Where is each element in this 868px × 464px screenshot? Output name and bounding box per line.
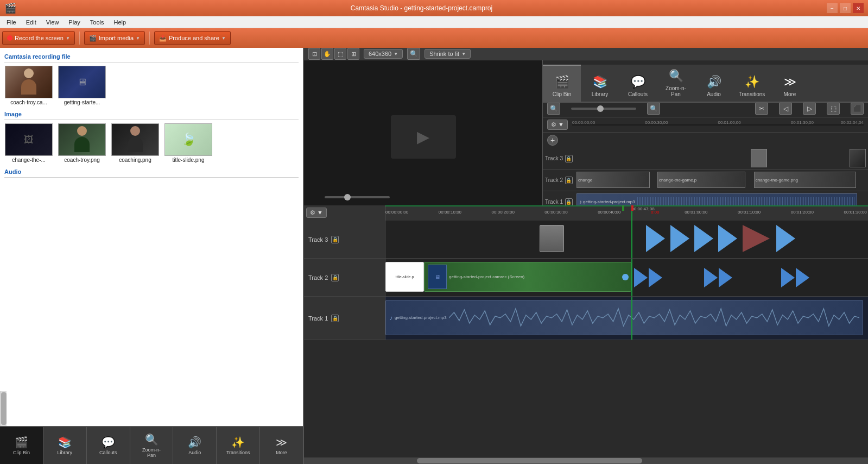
view-crop-button[interactable]: ⬚ [334, 48, 346, 60]
panel-tab-library[interactable]: 📚 Library [581, 65, 619, 102]
shrink-dropdown-icon: ▼ [461, 52, 466, 57]
clip-coach-troy[interactable]: coach-troy.ca... [4, 66, 53, 105]
tl-mark-0: 00:00:00;00 [385, 210, 408, 215]
clip-coaching-png[interactable]: coaching.png [111, 123, 160, 163]
h-scrollbar-thumb[interactable] [417, 458, 643, 463]
trim-left-button[interactable]: ◁ [779, 103, 792, 115]
panel-tab-zoom-n-pan[interactable]: 🔍 Zoom-n- Pan [657, 65, 695, 102]
panel-tab-transitions[interactable]: ✨ Transitions [733, 65, 771, 102]
track-3-transition-4[interactable] [718, 225, 737, 252]
insert-button[interactable]: ⬛ [851, 103, 864, 115]
track-2-transition-dot-1[interactable] [622, 274, 629, 280]
close-button[interactable]: ✕ [853, 3, 864, 13]
view-other-button[interactable]: ⊞ [347, 48, 359, 60]
track-3-transition-2[interactable] [670, 225, 689, 252]
panel-settings-button[interactable]: ⚙ ▼ [547, 120, 568, 130]
import-media-button[interactable]: 🎬 Import media ▼ [84, 31, 145, 45]
image-section-divider [4, 120, 299, 120]
panel-t1-audio-label: getting-started-project.mp3 [583, 199, 635, 204]
produce-icon: 📤 [159, 35, 167, 42]
panel-top-scroll [543, 60, 868, 65]
resolution-selector[interactable]: 640x360 ▼ [364, 49, 403, 59]
panel-zoom-thumb[interactable] [597, 105, 604, 112]
clip-label-coach-troy: coach-troy.ca... [10, 99, 47, 105]
produce-share-button[interactable]: 📤 Produce and share ▼ [154, 31, 231, 45]
view-fit-button[interactable]: ⊡ [308, 48, 320, 60]
clip-thumb-getting-started: 🖥 [58, 66, 106, 98]
menu-help[interactable]: Help [109, 18, 130, 27]
menu-edit[interactable]: Edit [22, 18, 41, 27]
track-3-lock[interactable]: 🔒 [331, 236, 339, 243]
track-2-trans-3b[interactable] [796, 268, 809, 287]
panel-timeline: Track 3 🔒 [543, 148, 868, 213]
track-2-clip-screen[interactable]: 🖥 getting-started-project.camrec (Screen… [424, 262, 631, 292]
track-2-trans-3a[interactable] [781, 268, 795, 287]
left-tab-audio[interactable]: 🔊 Audio [173, 427, 217, 464]
track-1-lock[interactable]: 🔒 [331, 315, 339, 322]
left-tab-library[interactable]: 📚 Library [43, 427, 87, 464]
panel-tab-clip-bin[interactable]: 🎬 Clip Bin [543, 65, 581, 102]
add-track-button[interactable]: + [547, 135, 558, 146]
left-tab-callouts[interactable]: 💬 Callouts [87, 427, 130, 464]
track-2-lock[interactable]: 🔒 [331, 274, 339, 281]
preview-search-button[interactable]: 🔍 [407, 48, 420, 60]
maximize-button[interactable]: □ [840, 3, 851, 13]
ruler-header-spacer: ⚙ ▼ [304, 205, 385, 221]
view-move-button[interactable]: ✋ [321, 48, 333, 60]
split-button[interactable]: ✂ [755, 103, 768, 115]
track-3-clip-1[interactable] [540, 225, 563, 252]
panel-transitions-label: Transitions [739, 91, 765, 97]
record-dropdown-arrow[interactable]: ▼ [66, 36, 70, 41]
track-3-transition-3[interactable] [694, 225, 713, 252]
minimize-button[interactable]: − [827, 3, 838, 13]
track-2-trans-1b[interactable] [649, 268, 662, 287]
panel-t2-clip-3-label: change-the-game.png [756, 178, 798, 183]
trim-right-button[interactable]: ▷ [803, 103, 816, 115]
left-tab-clip-bin[interactable]: 🎬 Clip Bin [0, 427, 43, 464]
produce-dropdown-arrow[interactable]: ▼ [221, 36, 226, 41]
left-tab-transitions[interactable]: ✨ Transitions [217, 427, 260, 464]
panel-tab-audio[interactable]: 🔊 Audio [695, 65, 733, 102]
track-3-transition-1[interactable] [646, 225, 665, 252]
group-button[interactable]: ⬚ [827, 103, 840, 115]
panel-zoom-button[interactable]: 🔍 [647, 103, 660, 115]
timeline-area: ⚙ ▼ 00:00:00;00 00:00:10;00 00:00:20;00 … [304, 205, 868, 457]
panel-tab-callouts[interactable]: 💬 Callouts [619, 65, 657, 102]
clip-title-slide-png[interactable]: 🍃 title-slide.png [164, 123, 213, 163]
timeline-zoom-thumb[interactable] [344, 194, 351, 200]
menu-play[interactable]: Play [64, 18, 84, 27]
clip-coach-troy-png[interactable]: coach-troy.png [58, 123, 106, 163]
h-scrollbar[interactable] [304, 457, 868, 464]
panel-track-1-lock[interactable]: 🔒 [565, 198, 573, 206]
import-dropdown-arrow[interactable]: ▼ [136, 36, 140, 41]
track-2-trans-2a[interactable] [704, 268, 718, 287]
clip-getting-started[interactable]: 🖥 getting-starte... [58, 66, 106, 105]
menu-file[interactable]: File [2, 18, 21, 27]
panel-track-3-lock[interactable]: 🔒 [565, 155, 573, 162]
left-tab-more[interactable]: ≫ More [260, 427, 303, 464]
menu-tools[interactable]: Tools [86, 18, 109, 27]
panel-tab-more[interactable]: ≫ More [771, 65, 809, 102]
timeline-settings-button[interactable]: ⚙ ▼ [306, 208, 327, 218]
track-3-transition-5[interactable] [743, 225, 770, 252]
record-screen-button[interactable]: Record the screen ▼ [2, 31, 75, 45]
panel-t2-clip-2[interactable]: change-the-game.p [657, 172, 745, 188]
left-tab-zoom-n-pan[interactable]: 🔍 Zoom-n- Pan [130, 427, 174, 464]
panel-t2-clip-3[interactable]: change-the-game.png [754, 172, 857, 188]
track-1-audio-clip[interactable]: ♪ getting-started-project.mp3 [385, 300, 863, 335]
audio-clips-empty [2, 179, 301, 211]
resolution-value: 640x360 [369, 51, 391, 57]
timeline-zoom-slider [325, 196, 390, 198]
menu-view[interactable]: View [42, 18, 64, 27]
left-tabs: 🎬 Clip Bin 📚 Library 💬 Callouts 🔍 Zoom-n… [0, 426, 303, 464]
track-3-transition-6[interactable] [776, 225, 795, 252]
scrollbar-thumb[interactable] [1, 392, 7, 425]
panel-t2-clip-1[interactable]: change [576, 172, 650, 188]
clip-change-the[interactable]: 🖼 change-the-... [4, 123, 53, 163]
track-2-clip-title-slide[interactable]: title-slide.p [385, 262, 424, 292]
track-2-trans-1a[interactable] [634, 268, 648, 287]
track-2-trans-2b[interactable] [719, 268, 732, 287]
panel-search-button[interactable]: 🔍 [547, 103, 560, 115]
shrink-to-fit-button[interactable]: Shrink to fit ▼ [425, 49, 471, 59]
panel-track-2-lock[interactable]: 🔒 [565, 177, 573, 184]
